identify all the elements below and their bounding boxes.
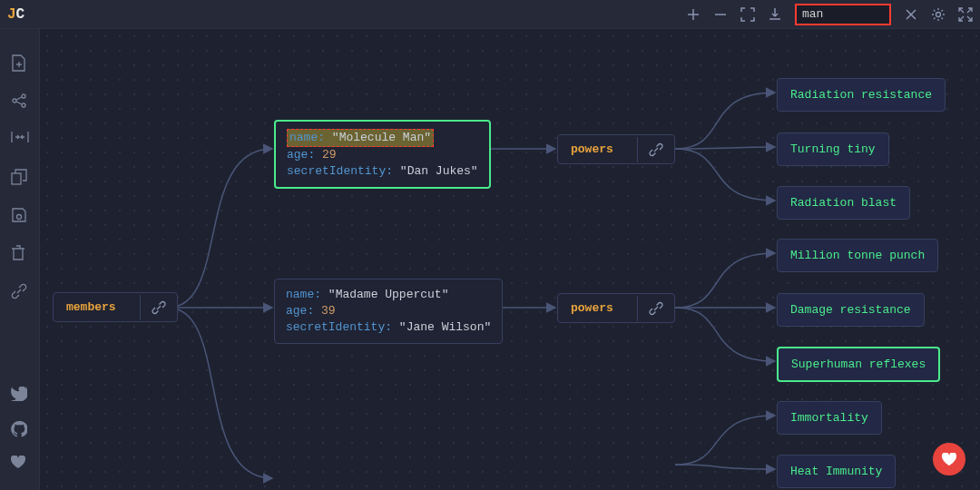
logo-c: C: [16, 6, 25, 23]
search-hit: name: "Molecule Man": [287, 129, 434, 147]
root-label: members: [54, 293, 129, 321]
sidebar-bottom: [11, 387, 29, 474]
link-icon[interactable]: [637, 137, 674, 162]
minus-icon[interactable]: [713, 7, 728, 22]
plus-icon[interactable]: [686, 7, 701, 22]
heart-fab[interactable]: [933, 443, 965, 475]
power-leaf[interactable]: Damage resistance: [777, 293, 925, 327]
svg-point-2: [22, 94, 25, 98]
twitter-icon[interactable]: [11, 387, 29, 405]
search-box: [795, 4, 891, 25]
link-icon[interactable]: [11, 283, 29, 301]
power-leaf[interactable]: Turning tiny: [777, 132, 889, 166]
heart-sidebar-icon[interactable]: [11, 456, 29, 474]
graph-canvas[interactable]: members name: "Molecule Man" age: 29 sec…: [40, 29, 980, 490]
collapse-icon[interactable]: [11, 131, 29, 149]
download-icon[interactable]: [768, 7, 782, 22]
member1-powers-node[interactable]: powers: [557, 134, 675, 164]
toolbar-tools: [686, 4, 973, 25]
focus-icon[interactable]: [740, 7, 755, 22]
gear-icon[interactable]: [931, 7, 946, 22]
app-logo: JC: [7, 6, 24, 23]
svg-point-0: [936, 12, 941, 16]
github-icon[interactable]: [11, 421, 29, 439]
svg-point-3: [22, 103, 25, 107]
power-leaf[interactable]: Heat Immunity: [777, 455, 896, 488]
power-leaf[interactable]: Superhuman reflexes: [777, 347, 940, 382]
trash-icon[interactable]: [11, 245, 29, 263]
member2-age-row: age: 39: [286, 303, 491, 319]
power-leaf[interactable]: Immortality: [777, 401, 882, 435]
member2-node[interactable]: name: "Madame Uppercut" age: 39 secretId…: [274, 279, 503, 344]
svg-point-1: [13, 99, 16, 103]
member1-age-row: age: 29: [287, 147, 478, 163]
powers-label: powers: [558, 135, 626, 163]
share-icon[interactable]: [11, 93, 29, 111]
power-leaf[interactable]: Radiation blast: [777, 186, 910, 220]
sidebar: [0, 29, 40, 490]
fullscreen-icon[interactable]: [958, 7, 973, 22]
member1-node[interactable]: name: "Molecule Man" age: 29 secretIdent…: [274, 120, 491, 189]
root-node[interactable]: members: [53, 292, 178, 322]
link-icon[interactable]: [637, 296, 674, 321]
search-input[interactable]: [802, 7, 884, 21]
top-bar: JC: [0, 0, 980, 29]
close-icon[interactable]: [904, 7, 918, 22]
link-icon[interactable]: [140, 295, 177, 320]
member1-id-row: secretIdentity: "Dan Jukes": [287, 163, 478, 180]
member2-name-row: name: "Madame Uppercut": [286, 287, 491, 303]
member2-powers-node[interactable]: powers: [557, 293, 675, 323]
power-leaf[interactable]: Million tonne punch: [777, 239, 938, 272]
svg-rect-4: [12, 173, 21, 184]
svg-point-5: [16, 215, 21, 220]
member2-id-row: secretIdentity: "Jane Wilson": [286, 319, 491, 336]
member1-name-row: name: "Molecule Man": [287, 129, 478, 147]
file-add-icon[interactable]: [11, 54, 29, 73]
powers-label: powers: [558, 294, 626, 322]
save-icon[interactable]: [11, 207, 29, 225]
logo-j: J: [7, 6, 16, 23]
power-leaf[interactable]: Radiation resistance: [777, 78, 946, 112]
copy-icon[interactable]: [11, 169, 29, 187]
